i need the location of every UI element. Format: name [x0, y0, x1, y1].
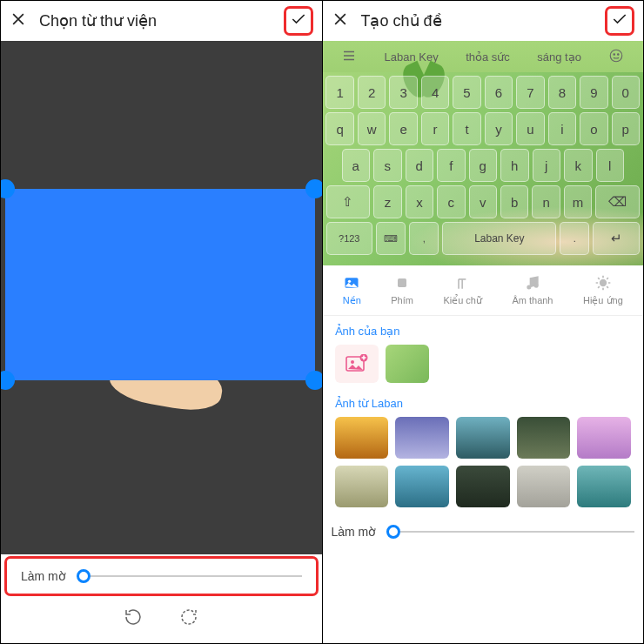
- key-i[interactable]: i: [548, 112, 576, 145]
- key-g[interactable]: g: [469, 149, 498, 182]
- key-c[interactable]: c: [437, 185, 465, 218]
- laban-thumb[interactable]: [577, 466, 631, 507]
- rotate-actions: [1, 598, 322, 643]
- key-l[interactable]: l: [596, 149, 625, 182]
- rotate-ccw-icon[interactable]: [123, 607, 144, 631]
- tab-keys[interactable]: Phím: [391, 274, 413, 306]
- svg-point-7: [534, 285, 537, 287]
- svg-point-10: [351, 360, 354, 364]
- add-image-button[interactable]: [335, 345, 379, 383]
- key-r[interactable]: r: [421, 112, 449, 145]
- key-1[interactable]: 1: [325, 76, 353, 109]
- laban-thumb[interactable]: [456, 466, 510, 507]
- laban-thumb[interactable]: [395, 466, 449, 507]
- key-k[interactable]: k: [564, 149, 593, 182]
- key-e[interactable]: e: [389, 112, 417, 145]
- crop-frame[interactable]: [5, 189, 315, 380]
- key-4[interactable]: 4: [421, 76, 449, 109]
- right-pane: Tạo chủ đề Laban Key thỏa sức sáng tạo 1…: [323, 1, 644, 643]
- confirm-highlight: [284, 6, 313, 36]
- key-symbols[interactable]: ?123: [326, 222, 373, 255]
- laban-thumb[interactable]: [335, 417, 389, 459]
- key-0[interactable]: 0: [612, 76, 640, 109]
- menu-icon[interactable]: [341, 48, 357, 66]
- crop-handle-tr[interactable]: [305, 179, 322, 198]
- key-t[interactable]: t: [453, 112, 480, 145]
- confirm-icon[interactable]: [290, 10, 307, 31]
- laban-thumb[interactable]: [517, 417, 571, 459]
- confirm-highlight: [605, 6, 634, 36]
- key-w[interactable]: w: [358, 112, 386, 145]
- svg-rect-5: [398, 278, 406, 287]
- suggestion-3[interactable]: sáng tạo: [537, 50, 581, 64]
- blur-row-right: Làm mờ: [323, 514, 644, 549]
- key-v[interactable]: v: [469, 185, 497, 218]
- laban-thumb[interactable]: [456, 417, 510, 459]
- key-u[interactable]: u: [516, 112, 544, 145]
- key-shift[interactable]: ⇧: [326, 185, 371, 218]
- confirm-icon[interactable]: [611, 10, 628, 31]
- blur-slider[interactable]: [77, 567, 302, 585]
- laban-thumb[interactable]: [395, 417, 449, 459]
- left-pane: Chọn từ thư viện: [1, 1, 323, 643]
- section-laban-title: Ảnh từ Laban: [323, 388, 644, 417]
- key-9[interactable]: 9: [580, 76, 607, 109]
- crop-handle-bl[interactable]: [1, 371, 15, 390]
- blur-slider[interactable]: [386, 523, 634, 540]
- keyboard-preview: 1234567890 qwertyuiop asdfghjkl ⇧zxcvbnm…: [323, 72, 644, 265]
- key-lang[interactable]: ⌨: [376, 222, 406, 255]
- key-3[interactable]: 3: [389, 76, 417, 109]
- key-5[interactable]: 5: [453, 76, 480, 109]
- tab-sound[interactable]: Âm thanh: [512, 274, 553, 306]
- key-6[interactable]: 6: [485, 76, 513, 109]
- key-x[interactable]: x: [406, 185, 433, 218]
- emoji-icon[interactable]: [608, 48, 624, 66]
- svg-point-6: [527, 285, 530, 288]
- suggestion-2[interactable]: thỏa sức: [466, 50, 510, 64]
- crop-handle-br[interactable]: [305, 371, 322, 390]
- tab-background[interactable]: Nền: [343, 274, 361, 306]
- key-a[interactable]: a: [342, 149, 371, 182]
- key-s[interactable]: s: [373, 149, 402, 182]
- crop-canvas[interactable]: [1, 41, 322, 554]
- right-title: Tạo chủ đề: [361, 11, 606, 30]
- user-image-1[interactable]: [386, 345, 429, 383]
- key-y[interactable]: y: [485, 112, 513, 145]
- laban-thumb[interactable]: [517, 466, 571, 507]
- key-j[interactable]: j: [533, 149, 561, 182]
- key-d[interactable]: d: [406, 149, 434, 182]
- key-n[interactable]: n: [532, 185, 560, 218]
- close-icon[interactable]: [10, 10, 27, 31]
- key-period[interactable]: .: [560, 222, 589, 255]
- blur-row-highlight: Làm mờ: [4, 556, 319, 596]
- svg-point-1: [614, 53, 615, 55]
- key-p[interactable]: p: [612, 112, 640, 145]
- key-z[interactable]: z: [373, 185, 401, 218]
- key-h[interactable]: h: [500, 149, 529, 182]
- key-m[interactable]: m: [564, 185, 592, 218]
- key-o[interactable]: o: [580, 112, 607, 145]
- suggestion-bar: Laban Key thỏa sức sáng tạo: [323, 41, 644, 72]
- key-2[interactable]: 2: [358, 76, 386, 109]
- key-b[interactable]: b: [500, 185, 528, 218]
- svg-point-2: [618, 53, 620, 55]
- svg-point-8: [600, 280, 607, 286]
- key-8[interactable]: 8: [548, 76, 576, 109]
- blur-label: Làm mờ: [332, 525, 377, 539]
- left-topbar: Chọn từ thư viện: [1, 1, 322, 41]
- key-f[interactable]: f: [437, 149, 466, 182]
- key-7[interactable]: 7: [516, 76, 544, 109]
- key-q[interactable]: q: [325, 112, 353, 145]
- close-icon[interactable]: [332, 10, 349, 31]
- key-enter[interactable]: ↵: [593, 222, 640, 255]
- laban-thumb[interactable]: [335, 466, 389, 507]
- key-comma[interactable]: ,: [409, 222, 439, 255]
- tab-effects[interactable]: Hiệu ứng: [583, 274, 623, 306]
- rotate-cw-icon[interactable]: [178, 607, 199, 631]
- key-space[interactable]: Laban Key: [442, 222, 556, 255]
- laban-grid: [323, 417, 644, 514]
- key-backspace[interactable]: ⌫: [595, 185, 640, 218]
- laban-thumb[interactable]: [577, 417, 631, 459]
- tab-font[interactable]: Kiểu chữ: [443, 274, 482, 306]
- blur-label: Làm mờ: [21, 569, 66, 583]
